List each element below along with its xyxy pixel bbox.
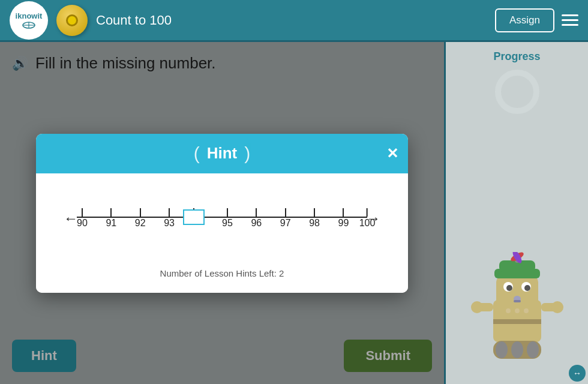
tick-label-99: 99: [338, 218, 349, 229]
tick-mark: [367, 208, 368, 217]
tick-mark: [110, 208, 112, 217]
tick-mark: [169, 208, 170, 217]
logo-text: iknowit: [16, 11, 43, 21]
tick-label-91: 91: [106, 218, 116, 229]
number-line-container: ← → 90: [54, 191, 390, 263]
nav-arrow-icon: ↔: [573, 368, 581, 378]
nl-tick-100: 100: [359, 208, 376, 229]
modal-paren-right: ): [244, 143, 250, 164]
coin-inner: [66, 14, 78, 26]
nl-tick-93: 93: [164, 208, 175, 229]
svg-point-21: [551, 301, 563, 313]
svg-rect-26: [493, 319, 541, 324]
nl-tick-97: 97: [280, 208, 291, 229]
nl-tick-91: 91: [106, 208, 116, 229]
logo-bulb-icon: [22, 22, 35, 29]
svg-point-23: [496, 341, 508, 358]
tick-mark: [140, 208, 141, 217]
nl-tick-94-blank: [193, 206, 194, 217]
lesson-title: Count to 100: [96, 13, 172, 28]
tick-label-97: 97: [280, 218, 291, 229]
svg-point-28: [515, 308, 520, 313]
assign-button[interactable]: Assign: [495, 8, 554, 32]
tick-label-92: 92: [135, 218, 146, 229]
hints-left-text: Number of Lesson Hints Left: 2: [54, 263, 390, 281]
tick-label-98: 98: [309, 218, 320, 229]
svg-rect-6: [496, 276, 538, 307]
hamburger-line-2: [562, 19, 578, 21]
main-area: 🔊 Fill in the missing number. ( Hint ) ✕: [0, 42, 588, 384]
tick-mark: [343, 208, 344, 217]
modal-close-button[interactable]: ✕: [386, 146, 398, 161]
tick-mark: [256, 208, 257, 217]
nl-tick-90: 90: [77, 208, 88, 229]
progress-label: Progress: [493, 50, 540, 63]
modal-title-wrapper: ( Hint ): [194, 143, 251, 164]
svg-rect-12: [514, 300, 521, 302]
modal-body: ← → 90: [36, 173, 408, 293]
nl-tick-95: 95: [222, 208, 233, 229]
logo: iknowit: [10, 1, 48, 40]
tick-mark: [82, 208, 83, 217]
header: iknowit Count to 100 Assign: [0, 0, 588, 42]
hint-modal: ( Hint ) ✕ ←: [36, 134, 408, 293]
right-panel: Progress: [444, 42, 588, 384]
number-line: ← → 90: [60, 203, 384, 251]
svg-point-29: [524, 308, 529, 313]
tick-label-95: 95: [222, 218, 233, 229]
hamburger-menu-button[interactable]: [562, 14, 578, 26]
tick-label-96: 96: [251, 218, 262, 229]
svg-point-9: [506, 285, 512, 291]
nl-ticks-area: 90 91: [77, 203, 367, 245]
header-left: iknowit Count to 100: [10, 1, 172, 40]
tick-mark: [285, 208, 286, 217]
nl-tick-99: 99: [338, 208, 349, 229]
nav-arrow-button[interactable]: ↔: [569, 365, 586, 382]
svg-point-25: [527, 341, 539, 358]
tick-label-100: 100: [359, 218, 376, 229]
robot-illustration: [446, 252, 588, 366]
modal-paren-left: (: [194, 143, 200, 164]
modal-header: ( Hint ) ✕: [36, 134, 408, 173]
nl-arrow-left-icon: ←: [64, 210, 78, 227]
nl-tick-96: 96: [251, 208, 262, 229]
number-line-wrapper: ← → 90: [60, 203, 384, 251]
svg-point-3: [498, 73, 536, 111]
hint-modal-overlay: ( Hint ) ✕ ←: [0, 42, 444, 384]
tick-mark: [314, 208, 315, 217]
nl-tick-92: 92: [135, 208, 146, 229]
progress-circle: [493, 68, 541, 116]
nl-tick-98: 98: [309, 208, 320, 229]
hamburger-line-1: [562, 14, 578, 16]
progress-svg: [493, 68, 541, 116]
tick-label-90: 90: [77, 218, 88, 229]
blank-box: [183, 209, 205, 225]
svg-point-24: [511, 341, 523, 358]
hamburger-line-3: [562, 24, 578, 26]
svg-point-10: [524, 285, 530, 291]
coin: [56, 5, 88, 36]
robot-svg: [469, 252, 565, 366]
svg-point-27: [506, 308, 511, 313]
left-panel: 🔊 Fill in the missing number. ( Hint ) ✕: [0, 42, 444, 384]
header-right: Assign: [495, 8, 578, 32]
svg-point-20: [471, 301, 483, 313]
tick-label-93: 93: [164, 218, 175, 229]
modal-title: Hint: [200, 144, 245, 163]
tick-mark: [227, 208, 228, 217]
